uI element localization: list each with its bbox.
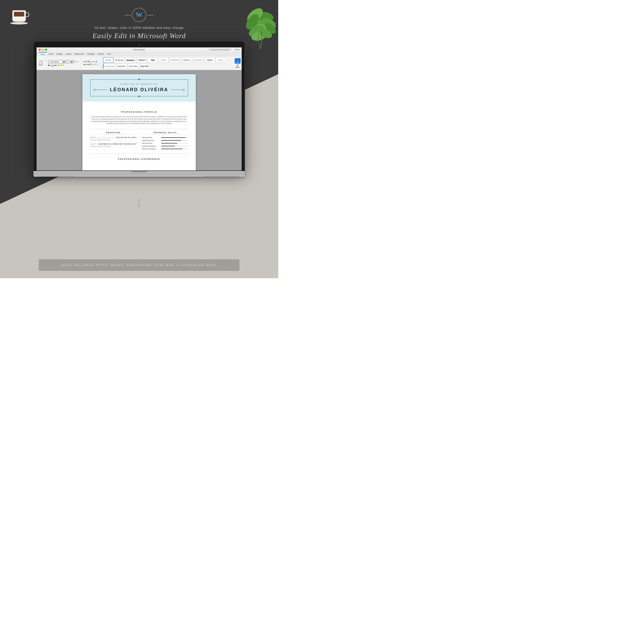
education-entry-1: Febr 2004 BACHELOR OF ARTS University / …: [90, 137, 137, 141]
paste-button[interactable]: 📋 Paste: [38, 60, 44, 66]
charge-prongs: [138, 204, 140, 207]
style-normal[interactable]: Normal: [103, 57, 113, 63]
skill-photoshop: • Adobe Photoshop: [142, 140, 188, 141]
edu-year-2: July 2017: [90, 143, 96, 145]
style-emphasis[interactable]: Emphasis: [182, 57, 192, 63]
underline-button[interactable]: U: [52, 64, 53, 66]
style-heading2[interactable]: Heading 2: [137, 57, 147, 63]
ribbon-clipboard: 📋 Paste: [38, 57, 46, 69]
sort-button[interactable]: ↕: [94, 61, 95, 63]
ribbon-extras: ✓ Editor 🎤 Dictate: [235, 58, 241, 68]
style-swatches: Normal No Spacing Heading 1 Heading 2 Ti…: [103, 57, 232, 69]
header-dot-bottom: [138, 96, 140, 97]
close-button[interactable]: [39, 49, 41, 51]
multilevel-button[interactable]: ☰: [87, 61, 89, 63]
justify-button[interactable]: ☰: [90, 63, 91, 66]
search-in-document[interactable]: 🔍 Search in Document: [208, 48, 231, 51]
style-book-title[interactable]: Book Title: [139, 63, 150, 69]
style-title[interactable]: Title: [148, 57, 158, 63]
skill-bar-container-excel: [161, 143, 188, 143]
promo-subtitle: All text, shape, color is 100% editable …: [75, 26, 204, 30]
increase-indent-button[interactable]: ⇥: [92, 61, 94, 63]
search-icon: 🔍: [210, 49, 213, 50]
laptop-screen-outer: Document1 🔍 Search in Document Share Hom…: [33, 41, 245, 171]
font-color-button[interactable]: A: [63, 64, 64, 66]
increase-font-icon[interactable]: A+: [74, 61, 77, 63]
skill-bar-container-photoshop: [161, 140, 188, 141]
bottom-bar-text: ALSO INCLUDED APPLE PAGES, PHOTOSHOP (PS…: [44, 264, 234, 267]
charge-bar-1: [139, 198, 139, 204]
laptop-base: [33, 171, 245, 177]
ribbon-tab-review[interactable]: Review: [96, 52, 106, 56]
skill-name-dreamweaver: • Adobe Dreamweaver: [142, 145, 160, 147]
align-center-button[interactable]: ≡: [86, 63, 87, 66]
share-button[interactable]: Share: [235, 49, 240, 50]
word-icon-circle: W: [132, 8, 146, 22]
coffee-cup-decoration: [10, 8, 28, 24]
ribbon-tab-design[interactable]: Design: [55, 52, 64, 56]
align-right-button[interactable]: ➡: [87, 63, 89, 66]
maximize-button[interactable]: [45, 49, 47, 51]
header-dot-top: [138, 79, 140, 80]
dictate-button[interactable]: 🎤 Dictate: [235, 64, 241, 68]
promo-text-container: All text, shape, color is 100% editable …: [75, 26, 204, 40]
ribbon-tab-references[interactable]: References: [73, 52, 86, 56]
style-intense-reference[interactable]: Intense Refer.: [128, 63, 139, 69]
skill-bar-container-powerpoint: [161, 149, 188, 149]
divider-1: [90, 129, 188, 129]
decrease-indent-button[interactable]: ⇤: [90, 61, 91, 63]
borders-button[interactable]: ⬜: [96, 63, 99, 66]
education-column: EDUCATION Febr 2004 BACHELOR OF ARTS Uni…: [90, 132, 137, 151]
skill-bar-dreamweaver: [161, 146, 175, 146]
bold-button[interactable]: B: [48, 64, 50, 66]
charge-prong-right: [140, 204, 140, 207]
ribbon-tab-mailings[interactable]: Mailings: [86, 52, 96, 56]
profile-text: I am a professionally qualified fire eng…: [90, 116, 188, 125]
italic-button[interactable]: I: [50, 64, 51, 66]
decrease-font-icon[interactable]: A-: [77, 61, 79, 63]
align-left-button[interactable]: ⬅: [83, 63, 85, 66]
year-dash-2: [97, 144, 98, 144]
font-family-select[interactable]: Calibri (Body): [48, 60, 66, 64]
skill-bar-container-word: [161, 137, 188, 138]
line-spacing-button[interactable]: ↕: [92, 63, 93, 66]
font-size-select[interactable]: 12: [67, 60, 74, 64]
experience-section-title: PROFESSIONAL EXPERIENCE: [90, 158, 188, 160]
word-document-area[interactable]: DIRECTOR OF MARKETING LÉONARD OLIVÉIRA P…: [37, 70, 242, 171]
resume-body: PROFESSIONAL PROFILE I am a professional…: [90, 101, 188, 160]
edu-degree-2: MASTERS IN COMPUTER TECHNOLOGY: [99, 143, 137, 145]
laptop-screen: Document1 🔍 Search in Document Share Hom…: [37, 47, 242, 171]
bottom-info-bar: ALSO INCLUDED APPLE PAGES, PHOTOSHOP (PS…: [39, 259, 240, 271]
style-subtle-reference[interactable]: Subtle Refer.: [116, 63, 127, 69]
style-strong[interactable]: Strong: [205, 57, 215, 63]
skill-bar-powerpoint: [161, 149, 183, 149]
document-title: Document1: [133, 48, 145, 51]
style-intense-emphasis[interactable]: Intense Emp.: [192, 57, 204, 63]
show-marks-button[interactable]: ¶: [96, 61, 97, 63]
promo-title: Easily Edit in Microsoft Word: [75, 32, 204, 40]
ribbon-tab-home[interactable]: Home: [39, 52, 47, 56]
laptop-camera: [138, 44, 140, 46]
style-heading1[interactable]: Heading 1: [125, 57, 136, 63]
charging-indicator: [138, 198, 140, 207]
style-quote[interactable]: Quote: [215, 57, 226, 63]
bullets-button[interactable]: ≡: [83, 61, 85, 63]
numbering-button[interactable]: ①: [85, 61, 87, 63]
shading-button[interactable]: 🖊: [94, 63, 96, 66]
ribbon-tab-view[interactable]: View: [105, 52, 113, 56]
editor-button[interactable]: ✓ Editor: [235, 58, 241, 64]
minimize-button[interactable]: [42, 49, 44, 51]
style-subtle-emphasis[interactable]: Subtle Emph.: [169, 57, 181, 63]
ribbon-content: 📋 Paste Calibri (Body) 1: [37, 56, 242, 70]
style-intense-quote[interactable]: Intense Quote: [103, 63, 116, 69]
ribbon-tab-layout[interactable]: Layout: [64, 52, 73, 56]
education-entry-2: July 2017 MASTERS IN COMPUTER TECHNOLOGY…: [90, 143, 137, 147]
name-line-left: [96, 90, 107, 90]
strikethrough-button[interactable]: abc: [54, 64, 57, 66]
subscript-button[interactable]: x₂: [58, 64, 60, 66]
highlight-button[interactable]: A: [60, 64, 62, 66]
ribbon-tab-insert[interactable]: Insert: [47, 52, 55, 56]
resume-job-title: DIRECTOR OF MARKETING: [96, 83, 183, 85]
style-subtitle[interactable]: Subtitle: [158, 57, 169, 63]
style-no-spacing[interactable]: No Spacing: [114, 57, 124, 63]
